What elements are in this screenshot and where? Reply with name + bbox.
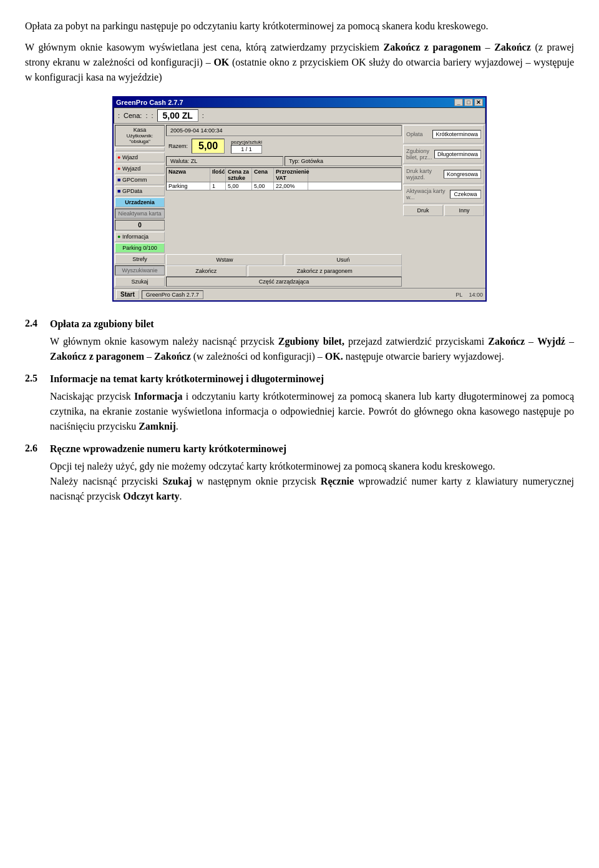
- waluta-cell: Waluta: ZL: [166, 156, 283, 166]
- titlebar: GreenPro Cash 2.7.7 _ □ ✕: [114, 97, 485, 107]
- app-screenshot: GreenPro Cash 2.7.7 _ □ ✕ : Cena: : : 5,…: [112, 96, 487, 302]
- wstaw-btn[interactable]: Wstaw: [166, 254, 283, 265]
- szukaj-btn[interactable]: Szukaj: [115, 277, 165, 287]
- intro-para1: Opłata za pobyt na parkingu następuje po…: [25, 19, 574, 34]
- druk-row: Druk Inny: [403, 205, 484, 216]
- price-value: 5,00 ZL: [157, 109, 198, 122]
- price-colon4: :: [202, 112, 204, 119]
- section-2-4-heading: Opłata za zgubiony bilet: [50, 317, 574, 332]
- counter-display: 0: [115, 220, 165, 230]
- krotkoterminowa-val: Krótkoterminowa: [432, 130, 481, 139]
- inny-btn[interactable]: Inny: [444, 205, 484, 216]
- czesc-zarzadzajaca-label: Część zarządzająca: [166, 277, 402, 287]
- taskbar-info: PL 14:00: [455, 292, 483, 298]
- pozycja-value: 1 / 1: [231, 145, 262, 154]
- section-2-4-content: Opłata za zgubiony bilet W głównym oknie…: [50, 317, 574, 364]
- table-row: Parking 1 5,00 5,00 22,00%: [167, 182, 401, 190]
- section-2-5-num: 2.5: [25, 372, 50, 434]
- oplata-btn[interactable]: Opłata Krótkoterminowa: [403, 125, 484, 144]
- razem-label: Razem:: [168, 143, 188, 149]
- druk-btn[interactable]: Druk: [403, 205, 443, 216]
- czekowa-val: Czekowa: [450, 190, 481, 199]
- price-cena-label: Cena:: [124, 112, 142, 119]
- window-title: GreenPro Cash 2.7.7: [116, 99, 183, 106]
- col-podatek-header: Przroznienie VAT: [274, 168, 308, 182]
- intro-para2: W głównym oknie kasowym wyświetlana jest…: [25, 40, 574, 85]
- section-2-6-para2: Należy nacisnąć przyciski Szukaj w nastę…: [50, 474, 574, 504]
- section-2-5: 2.5 Informacje na temat karty krótkoterm…: [25, 372, 574, 434]
- razem-value: 5,00: [192, 139, 225, 154]
- col-cena-header: Cena: [252, 168, 274, 182]
- razem-value-row: Razem: 5,00 pozycja/sztuki 1 / 1: [166, 137, 402, 155]
- section-2-6-content: Ręczne wprowadzenie numeru karty krótkot…: [50, 441, 574, 504]
- btn-row-1: Wstaw Usuń: [166, 254, 402, 265]
- intro-block: Opłata za pobyt na parkingu następuje po…: [25, 19, 574, 85]
- col-cena-szt-header: Cena za sztuke: [226, 168, 252, 182]
- pozycja-info: pozycja/sztuki 1 / 1: [231, 139, 262, 154]
- close-btn[interactable]: ✕: [474, 99, 483, 106]
- informacja-btn[interactable]: Informacja: [115, 232, 165, 242]
- section-2-4: 2.4 Opłata za zgubiony bilet W głównym o…: [25, 317, 574, 364]
- section-2-6: 2.6 Ręczne wprowadzenie numeru karty kró…: [25, 441, 574, 504]
- taskbar-app[interactable]: GreenPro Cash 2.7.7: [142, 290, 203, 299]
- col-ilosc-header: Ilość: [210, 168, 226, 182]
- price-colon2: :: [145, 112, 147, 119]
- cell-cena-szt: 5,00: [226, 182, 252, 190]
- section-2-6-num: 2.6: [25, 441, 50, 504]
- cell-ilosc: 1: [210, 182, 226, 190]
- section-2-4-num: 2.4: [25, 317, 50, 364]
- section-2-6-heading: Ręczne wprowadzenie numeru karty krótkot…: [50, 441, 574, 456]
- kongresowa-val: Kongresowa: [444, 170, 481, 179]
- cell-podatek: 22,00%: [274, 182, 308, 190]
- section-2-6-para1: Opcji tej należy użyć, gdy nie możemy od…: [50, 459, 574, 474]
- show-events-btn[interactable]: [115, 147, 165, 151]
- aktywacja-btn[interactable]: Aktywacja karty w... Czekowa: [403, 185, 484, 204]
- minimize-btn[interactable]: _: [454, 99, 463, 106]
- oplata-label: Opłata: [406, 131, 431, 137]
- zgubiony-label: Zgubiony bilet, prz...: [406, 148, 433, 160]
- user-label: Użytkownik: "obsługa": [117, 133, 163, 144]
- taskbar: Start GreenPro Cash 2.7.7 PL 14:00: [114, 288, 485, 300]
- gpcomm-btn[interactable]: GPComm: [115, 175, 165, 185]
- zakoncz-btn[interactable]: Zakończ: [166, 265, 246, 277]
- price-colon1: :: [118, 112, 120, 119]
- pozycja-label: pozycja/sztuki: [231, 139, 262, 145]
- wjazd-btn[interactable]: Wjazd: [115, 152, 165, 162]
- app-window: GreenPro Cash 2.7.7 _ □ ✕ : Cena: : : 5,…: [112, 96, 487, 302]
- aktywacja-label: Aktywacja karty w...: [406, 188, 449, 200]
- usun-btn[interactable]: Usuń: [285, 254, 402, 265]
- taskbar-lang: PL: [455, 292, 462, 298]
- strefy-btn[interactable]: Strefy: [115, 254, 165, 264]
- price-bar: : Cena: : : 5,00 ZL :: [114, 107, 485, 124]
- section-2-5-heading: Informacje na temat karty krótkoterminow…: [50, 372, 574, 387]
- win-body: Kasa Użytkownik: "obsługa" Wjazd Wyjazd …: [114, 124, 485, 288]
- wyszukiwanie-display: Wyszukiwanie: [115, 265, 165, 275]
- druk-label: Druk karty wyjazd.: [406, 168, 442, 180]
- start-btn[interactable]: Start: [116, 290, 139, 299]
- razem-row: 2005-09-04 14:00:34: [166, 125, 402, 136]
- datetime-display: 2005-09-04 14:00:34: [170, 127, 223, 134]
- urzadzenia-btn[interactable]: Urzadzenia: [115, 197, 165, 207]
- cell-nazwa: Parking: [167, 182, 210, 190]
- waluta-row: Waluta: ZL Typ: Gotówka: [166, 156, 402, 166]
- transaction-table: Nazwa Ilość Cena za sztuke Cena Przrozni…: [166, 167, 402, 190]
- cell-cena: 5,00: [252, 182, 274, 190]
- dlugoterminowa-val: Długoterminowa: [434, 150, 481, 159]
- bottom-buttons-area: Wstaw Usuń Zakończ Zakończ z paragonem C…: [166, 254, 402, 287]
- zgubiony-btn[interactable]: Zgubiony bilet, prz... Długoterminowa: [403, 145, 484, 164]
- maximize-btn[interactable]: □: [464, 99, 473, 106]
- taskbar-time: 14:00: [469, 292, 483, 298]
- sidebar-kasa: Kasa Użytkownik: "obsługa": [115, 125, 165, 146]
- typ-cell: Typ: Gotówka: [285, 156, 402, 166]
- parking-btn[interactable]: Parking 0/100: [115, 243, 165, 253]
- price-colon3: :: [151, 112, 153, 119]
- gpdata-btn[interactable]: GPData: [115, 186, 165, 196]
- zakoncz-paragonem-btn[interactable]: Zakończ z paragonem: [248, 265, 402, 277]
- col-nazwa-header: Nazwa: [167, 168, 210, 182]
- kasa-title: Kasa: [117, 127, 163, 133]
- main-content: 2005-09-04 14:00:34 Razem: 5,00 pozycja/…: [166, 125, 402, 287]
- wyjazd-btn[interactable]: Wyjazd: [115, 164, 165, 174]
- right-panel: Opłata Krótkoterminowa Zgubiony bilet, p…: [403, 125, 484, 287]
- druk-wyjazd-btn[interactable]: Druk karty wyjazd. Kongresowa: [403, 165, 484, 184]
- btn-row-2: Zakończ Zakończ z paragonem: [166, 265, 402, 277]
